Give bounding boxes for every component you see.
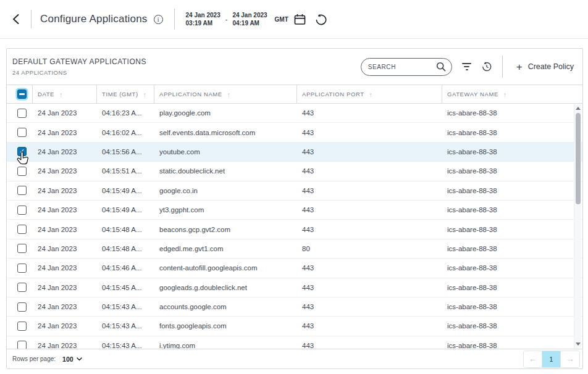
chevron-left-icon [12,14,20,25]
row-checkbox[interactable] [17,186,27,195]
cell-application-port: 80 [297,245,442,252]
cell-time: 04:15:48 A... [97,226,154,233]
cell-date: 24 Jan 2023 [33,245,97,252]
table-row: 24 Jan 202304:15:43 A...accounts.google.… [7,297,582,317]
cell-gateway-name: ics-abare-88-38 [442,245,582,252]
cell-gateway-name: ics-abare-88-38 [442,129,582,136]
cell-gateway-name: ics-abare-88-38 [442,148,582,156]
back-button[interactable] [9,12,22,26]
top-bar: Configure Applications i 24 Jan 2023 03:… [0,0,588,39]
table-row: 24 Jan 202304:15:49 A...google.co.in443i… [7,181,582,201]
column-header-application-port[interactable]: APPLICATION PORT ↑ [297,85,442,103]
reset-history-button[interactable] [481,61,492,72]
cell-gateway-name: ics-abare-88-38 [442,322,582,330]
row-checkbox[interactable] [17,128,27,137]
cell-date: 24 Jan 2023 [33,284,97,291]
cell-time: 04:15:48 A... [97,245,154,252]
scrollbar-thumb[interactable] [576,113,581,204]
cell-application-name: fonts.googleapis.com [154,322,297,330]
cell-application-port: 443 [297,303,442,310]
column-header-gateway-name[interactable]: GATEWAY NAME ↑ [442,85,582,103]
timezone-label: GMT [275,16,288,23]
plus-icon: + [516,62,523,72]
table-row: 24 Jan 202304:15:43 A...i.ytimg.com443ic… [7,336,582,349]
cell-application-port: 443 [297,187,442,194]
range-start-date: 24 Jan 2023 [186,11,220,20]
panel-header: DEFAULT GATEWAY APPLICATIONS 24 APPLICAT… [7,49,582,85]
cell-application-port: 443 [297,226,442,233]
filter-button[interactable] [461,60,473,73]
column-header-date[interactable]: DATE ↑ [33,85,97,103]
create-policy-button[interactable]: + Create Policy [516,62,574,72]
cell-gateway-name: ics-abare-88-38 [442,167,582,175]
range-end: 24 Jan 2023 04:19 AM [232,11,267,28]
sort-ascending-icon[interactable]: ↑ [369,91,373,98]
cell-gateway-name: ics-abare-88-38 [442,226,582,233]
next-page-button[interactable]: → [561,351,579,367]
cell-application-port: 443 [297,206,442,214]
table-row: 24 Jan 202304:16:23 A...play.google.com4… [7,104,582,123]
search-icon[interactable] [436,62,446,72]
sort-ascending-icon[interactable]: ↑ [59,91,63,98]
applications-panel: DEFAULT GATEWAY APPLICATIONS 24 APPLICAT… [6,48,583,369]
rows-per-page-label: Rows per page: [12,355,56,362]
sort-ascending-icon[interactable]: ↑ [143,91,147,98]
column-header-application-name[interactable]: APPLICATION NAME ↑ [154,85,297,103]
scroll-down-icon[interactable] [576,343,581,346]
refresh-button[interactable] [315,14,327,25]
row-checkbox[interactable] [17,341,27,349]
previous-page-button[interactable]: ← [524,351,542,367]
vertical-scrollbar[interactable] [574,104,581,348]
range-end-time: 04:19 AM [232,19,267,28]
row-checkbox[interactable]: ✓ [17,147,27,156]
sort-ascending-icon[interactable]: ↑ [227,91,231,98]
cell-time: 04:15:45 A... [97,284,154,291]
select-all-checkbox[interactable] [17,89,27,99]
table-body: 24 Jan 202304:16:23 A...play.google.com4… [7,104,582,349]
cell-application-port: 443 [297,264,442,272]
table-footer: Rows per page: 100 ← 1 → [7,349,582,368]
sort-ascending-icon[interactable]: ↑ [503,91,507,98]
rows-per-page-select[interactable]: 100 [62,355,82,363]
search-input[interactable] [368,64,436,70]
cell-time: 04:15:43 A... [97,303,154,310]
table-row: 24 Jan 202304:15:48 A...beacons.gcp.gvt2… [7,220,582,239]
cell-application-name: content-autofill.googleapis.com [154,264,297,272]
cell-application-port: 443 [297,109,442,117]
date-range[interactable]: 24 Jan 2023 03:19 AM - 24 Jan 2023 04:19… [186,11,288,28]
filter-icon [462,63,471,70]
row-checkbox[interactable] [17,206,27,215]
table-row: 24 Jan 202304:15:45 A...googleads.g.doub… [7,278,582,297]
refresh-icon [315,14,327,25]
row-checkbox[interactable] [17,225,27,234]
cell-application-name: yt3.ggpht.com [154,206,297,214]
row-checkbox[interactable] [17,167,27,176]
cell-date: 24 Jan 2023 [33,206,97,214]
row-checkbox[interactable] [17,302,27,312]
info-icon[interactable]: i [154,15,163,24]
divider [31,10,32,28]
row-checkbox[interactable] [17,109,27,118]
table-row: 24 Jan 202304:15:43 A...fonts.googleapis… [7,317,582,336]
calendar-button[interactable] [293,13,306,26]
row-checkbox[interactable] [17,322,27,331]
row-checkbox[interactable] [17,244,27,253]
current-page-button[interactable]: 1 [542,351,561,367]
cell-application-name: edgedl.me.gvt1.com [154,245,297,252]
row-checkbox[interactable] [17,283,27,292]
cell-application-name: youtube.com [154,148,297,156]
page-title: Configure Applications [40,13,148,25]
cell-date: 24 Jan 2023 [33,129,97,136]
column-header-time[interactable]: TIME (GMT) ↑ [97,85,154,103]
range-end-date: 24 Jan 2023 [232,11,267,20]
table-row: 24 Jan 202304:15:48 A...edgedl.me.gvt1.c… [7,239,582,259]
history-icon [481,61,492,72]
scroll-up-icon[interactable] [576,107,581,110]
row-checkbox[interactable] [17,264,27,273]
range-start: 24 Jan 2023 03:19 AM [186,11,220,28]
cell-time: 04:15:51 A... [97,167,154,175]
table-row: 24 Jan 202304:15:49 A...yt3.ggpht.com443… [7,201,582,220]
cell-time: 04:15:49 A... [97,206,154,214]
cell-application-name: accounts.google.com [154,303,297,310]
range-separator: - [225,15,228,23]
